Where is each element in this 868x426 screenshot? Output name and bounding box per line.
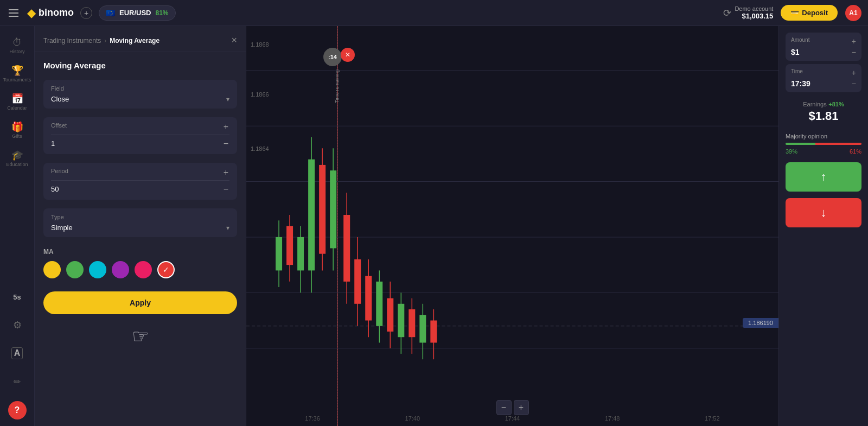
majority-section: Majority opinion 39% 61% [786,133,861,159]
add-instrument-button[interactable]: + [80,7,92,19]
time-label: Time [791,68,803,77]
asset-flag: 🇪🇺 [106,9,115,17]
sidebar-item-tournaments[interactable]: 🏆 Tournaments [4,61,30,87]
chart-svg [246,26,778,426]
selected-check-icon: ✓ [163,265,169,274]
period-decrement-button[interactable]: − [222,184,229,195]
field-label: Field [51,85,229,92]
chevron-down-icon: ▾ [226,96,229,103]
settings-panel: Trading Instruments › Moving Average × M… [35,26,246,426]
zoom-in-button[interactable]: + [514,400,529,415]
time-tick-4: 17:48 [605,415,620,422]
svg-rect-24 [365,276,372,321]
zoom-controls: − + [496,400,529,415]
sidebar-item-history[interactable]: ⏱ History [4,33,30,59]
period-divider [51,180,229,181]
time-increment-button[interactable]: + [852,68,856,77]
amount-label: Amount [791,37,809,46]
majority-bar [786,143,861,145]
ma-label: MA [43,248,237,256]
color-yellow[interactable] [43,261,61,278]
sidebar-item-text[interactable]: A [4,340,30,366]
chart-area: 1.1868 1.1866 1.1864 :14 ✕ Time remainin… [246,26,778,426]
period-bottom-row: 50 − [51,183,229,195]
time-decrement-button[interactable]: − [852,79,856,88]
svg-rect-30 [398,304,404,337]
logo-text: binomo [39,7,74,18]
apply-button[interactable]: Apply [43,291,237,314]
trade-down-button[interactable]: ↓ [786,198,861,227]
help-button[interactable]: ? [8,401,27,419]
account-type: Demo account [735,5,773,12]
field-value: Close [51,95,69,103]
period-increment-button[interactable]: + [222,167,229,178]
svg-rect-28 [387,298,393,332]
color-red[interactable]: ✓ [157,261,175,278]
svg-rect-36 [430,321,437,343]
svg-rect-34 [419,315,426,342]
svg-rect-32 [409,309,415,337]
account-info: Demo account $1,003.15 [735,5,773,20]
sidebar-item-draw[interactable]: ✏ [4,368,30,395]
sidebar-left: ⏱ History 🏆 Tournaments 📅 Calendar 🎁 Gif… [0,26,35,426]
type-label: Type [51,214,229,220]
svg-rect-22 [354,259,361,304]
time-tick-5: 17:52 [705,415,720,422]
offset-increment-button[interactable]: + [222,122,229,132]
color-dots: ✓ [43,261,237,278]
majority-bar-red [815,143,861,145]
color-pink[interactable] [135,261,152,278]
sidebar-label-education: Education [6,162,28,167]
breadcrumb-separator: › [104,37,106,44]
sidebar-label-calendar: Calendar [7,105,27,111]
type-select[interactable]: Simple ▾ [51,224,229,232]
calendar-icon: 📅 [11,94,23,104]
sidebar-item-gifts[interactable]: 🎁 Gifts [4,117,30,143]
cursor-icon: ☞ [132,325,149,347]
offset-decrement-button[interactable]: − [222,138,229,149]
breadcrumb-parent[interactable]: Trading Instruments [43,37,101,44]
breadcrumb: Trading Instruments › Moving Average [43,37,159,44]
right-panel: Amount + $1 − Time + 17:39 − Earnings +8 [778,26,868,426]
earnings-value: $1.81 [786,109,861,123]
sidebar-item-education[interactable]: 🎓 Education [4,145,30,171]
education-icon: 🎓 [11,150,23,160]
five-s-icon: 5s [13,293,21,301]
amount-increment-button[interactable]: + [852,37,856,46]
sidebar-label-tournaments: Tournaments [3,77,31,82]
logo: ◆ binomo [27,7,74,20]
type-value: Simple [51,224,73,232]
svg-rect-26 [376,282,382,326]
majority-green-pct: 39% [786,148,797,155]
avatar-button[interactable]: A1 [845,5,861,21]
offset-bottom-row: 1 − [51,137,229,150]
deposit-button[interactable]: 💳 Deposit [781,5,838,21]
deposit-icon: 💳 [790,9,799,17]
trade-up-button[interactable]: ↑ [786,162,861,192]
field-select[interactable]: Close ▾ [51,95,229,103]
earnings-pct: +81% [828,101,844,107]
topbar-left: ◆ binomo + 🇪🇺 EUR/USD 81% [7,5,176,21]
close-panel-button[interactable]: × [231,35,237,46]
time-label-row: Time + [791,68,856,77]
earnings-label-row: Earnings +81% [786,100,861,108]
sidebar-item-5s[interactable]: 5s [4,284,30,310]
svg-rect-12 [297,237,304,270]
sidebar-item-calendar[interactable]: 📅 Calendar [4,89,30,115]
offset-divider [51,135,229,135]
sidebar-item-indicators[interactable]: ⚙ [4,312,30,338]
color-purple[interactable] [112,261,129,278]
color-green[interactable] [66,261,84,278]
color-cyan[interactable] [89,261,106,278]
amount-decrement-button[interactable]: − [852,48,856,56]
asset-selector[interactable]: 🇪🇺 EUR/USD 81% [99,5,176,21]
zoom-out-button[interactable]: − [496,400,512,415]
hamburger-menu[interactable] [7,7,21,19]
current-price-tag: 1.186190 [743,318,778,328]
offset-value: 1 [51,137,55,150]
amount-section: Amount + $1 − [786,33,861,61]
sidebar-label-history: History [9,49,24,54]
help-icon: ? [15,405,20,415]
apply-section: Apply [35,285,246,325]
history-icon: ⏱ [12,37,22,47]
